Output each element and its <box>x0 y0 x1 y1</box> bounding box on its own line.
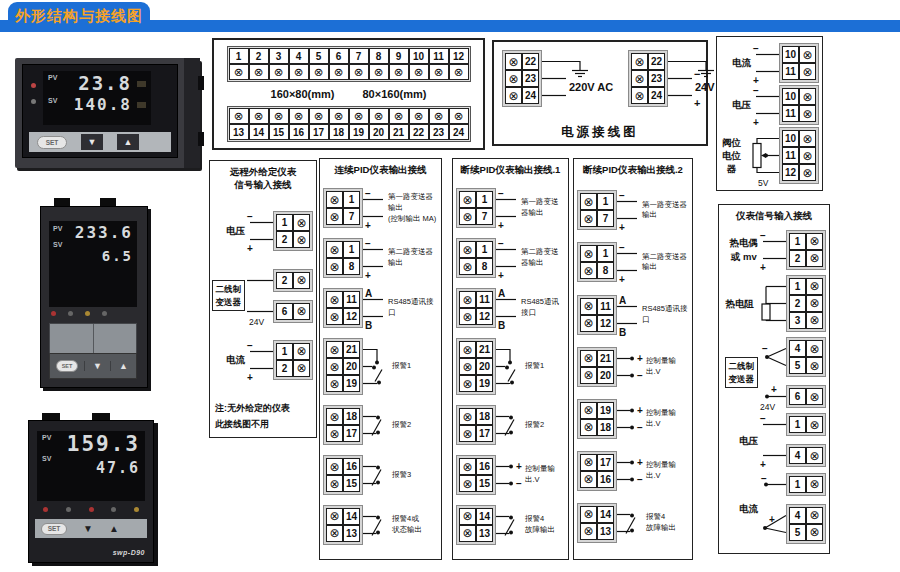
terminal: 2⊗ <box>789 250 823 267</box>
terminal-groups: ⊗1⊗7 <box>577 190 617 230</box>
terminal-number: 1 <box>597 193 614 210</box>
svg-text:−: − <box>516 478 522 489</box>
terminal-number: 13 <box>229 124 249 140</box>
terminal-number: 2 <box>276 360 293 377</box>
terminal-block: 4⊗5⊗ <box>786 504 826 544</box>
section-label-line: 报警4或 <box>392 514 422 525</box>
terminal-number: 20 <box>369 124 389 140</box>
terminal: ⊗1 <box>459 191 493 208</box>
up-arrow-button: ▲ <box>109 523 119 534</box>
wire-pm: −+ <box>753 85 779 125</box>
meter-case: PV 233.6 SV 6.5 SET ▼ ▲ <box>40 206 148 388</box>
svg-text:+: + <box>753 117 759 128</box>
terminal: ⊗13 <box>326 525 360 542</box>
wiring-section: ⊗19⊗18+−控制量输出.V <box>577 399 689 439</box>
sv-display: 140.8 <box>60 97 132 113</box>
terminal-number: 13 <box>476 525 493 542</box>
wiring-section: 电流−+10⊗11⊗ <box>720 43 819 83</box>
terminal-number: 13 <box>597 523 614 540</box>
terminal-block: 1⊗2⊗ <box>273 340 313 380</box>
terminal: ⊗12 <box>580 315 614 332</box>
terminal-groups: ⊗1⊗7 <box>323 188 363 228</box>
terminal: ⊗21 <box>326 341 360 358</box>
section-label-line: (控制输出 MA) <box>388 214 438 225</box>
terminal: 2⊗ <box>276 360 310 377</box>
case-size-label: 80×160(mm) <box>363 88 427 100</box>
section-label-line: 状态输出 <box>392 525 422 536</box>
terminal: ⊗24 <box>505 87 539 104</box>
terminal: 1⊗ <box>276 214 310 231</box>
wiring-section: ⊗11⊗12ABRS485通讯接口 <box>577 295 689 335</box>
terminal-block: 1⊗2⊗ <box>786 230 826 270</box>
section-label: 电压 <box>739 434 758 447</box>
screw-terminal-icon: ⊗ <box>580 454 597 471</box>
svg-text:−: − <box>694 68 700 80</box>
terminal: ⊗7 <box>326 208 360 225</box>
terminal-block: 6⊗ <box>273 300 313 323</box>
screw-terminal-icon: ⊗ <box>631 53 648 70</box>
status-led <box>85 311 90 316</box>
section-label: 第一路变送器输出(控制输出 MA) <box>388 192 438 225</box>
terminal: ⊗16 <box>580 471 614 488</box>
terminal-block: 10⊗11⊗12⊗ <box>779 127 819 184</box>
terminal-number: 3 <box>789 312 806 329</box>
section-label-line: 电流 <box>739 502 758 515</box>
wiring-section: ⊗21⊗20⊗19报警1 <box>323 338 438 395</box>
section-label-line: 报警1 <box>392 361 411 372</box>
terminal-number: 2 <box>789 250 806 267</box>
terminal-number: 1 <box>343 191 360 208</box>
terminal-number: 1 <box>229 48 249 64</box>
svg-text:+: + <box>771 384 777 395</box>
terminal: ⊗21 <box>389 108 409 140</box>
screw-terminal-icon: ⊗ <box>806 476 823 493</box>
terminal: 12⊗ <box>449 48 469 80</box>
wire-dotpm: +− <box>617 347 643 387</box>
screw-terminal-icon: ⊗ <box>580 419 597 436</box>
svg-text:−: − <box>753 43 759 54</box>
screw-terminal-icon: ⊗ <box>459 241 476 258</box>
terminal-number: 8 <box>369 48 389 64</box>
status-led <box>102 311 107 316</box>
screw-terminal-icon: ⊗ <box>580 506 597 523</box>
screw-terminal-icon: ⊗ <box>580 210 597 227</box>
section-label-line: 报警3 <box>392 470 411 481</box>
pv-display: 23.8 <box>60 74 132 93</box>
screw-terminal-icon: ⊗ <box>580 471 597 488</box>
terminal-number: 10 <box>782 88 799 105</box>
screw-terminal-icon: ⊗ <box>449 64 469 80</box>
mounting-clip <box>198 76 204 90</box>
section-label: 报警1 <box>392 361 411 372</box>
terminal: 1⊗ <box>276 343 310 360</box>
terminal-number: 14 <box>597 506 614 523</box>
section-label: 报警4故障输出 <box>525 514 555 536</box>
svg-text:−: − <box>753 85 759 96</box>
wire-relay2 <box>363 405 389 445</box>
terminal-block: ⊗11⊗12 <box>577 295 617 335</box>
terminal: ⊗16 <box>459 458 493 475</box>
section-label: 阀位电位器 <box>720 136 743 176</box>
terminal-block: ⊗1⊗8 <box>456 238 496 278</box>
terminal: ⊗11 <box>580 298 614 315</box>
section-label-line: 故障输出 <box>646 523 676 534</box>
panel-sections: 电压−+1⊗2⊗二线制变送器24V2⊗6⊗电流−+1⊗2⊗ <box>213 194 313 398</box>
wiring-section: ⊗14⊗13报警4故障输出 <box>577 503 689 543</box>
terminal-groups: ⊗21⊗20 <box>577 347 617 387</box>
screw-terminal-icon: ⊗ <box>580 402 597 419</box>
terminal: 2⊗ <box>276 231 310 248</box>
terminal-block: 1⊗ <box>786 413 826 436</box>
svg-text:+: + <box>516 461 522 472</box>
terminal-number: 11 <box>343 291 360 308</box>
terminal: ⊗14 <box>326 508 360 525</box>
terminal-block: 1⊗2⊗3⊗ <box>786 275 826 332</box>
section-label: 电流 <box>732 56 751 69</box>
panel-title-line: 仪表信号输入接线 <box>722 209 826 222</box>
screw-terminal-icon: ⊗ <box>580 193 597 210</box>
up-arrow-button: ▲ <box>110 361 136 371</box>
svg-text:+: + <box>365 220 371 231</box>
terminal-number: 8 <box>476 258 493 275</box>
svg-text:24V: 24V <box>760 402 775 412</box>
svg-text:−: − <box>762 343 768 354</box>
terminal-number: 18 <box>329 124 349 140</box>
section-label: 控制量输出.V <box>646 408 689 430</box>
terminal-number: 18 <box>476 408 493 425</box>
